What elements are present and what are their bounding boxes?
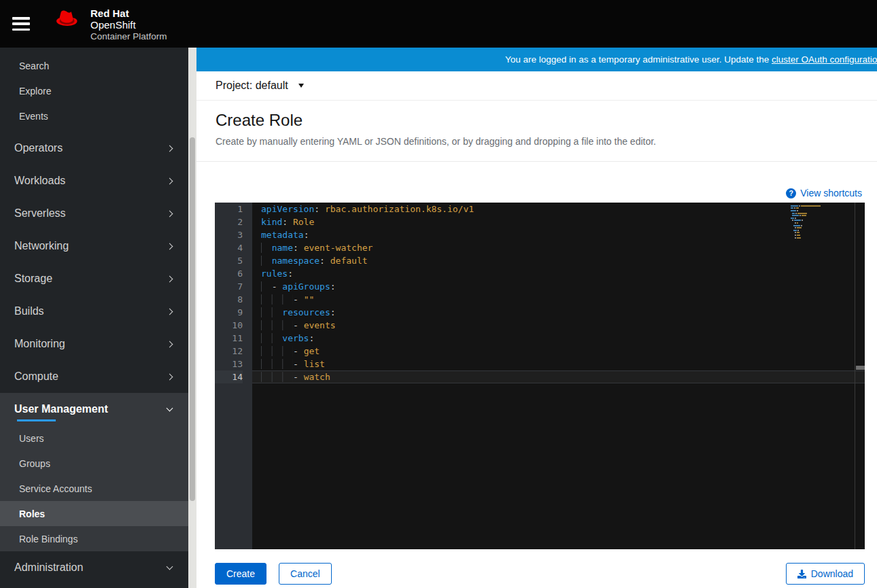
code-line[interactable]: name: event-watcher: [252, 241, 865, 254]
download-icon: [797, 570, 806, 578]
cursor-position-marker: [856, 366, 865, 370]
redhat-fedora-icon: [50, 6, 84, 35]
masthead: Red Hat OpenShift Container Platform: [0, 0, 877, 48]
sidebar-section-label: Operators: [14, 142, 63, 154]
brand-logo: Red Hat OpenShift Container Platform: [50, 6, 167, 42]
line-number: 12: [215, 345, 243, 358]
project-dropdown[interactable]: Project: default: [216, 80, 288, 92]
chevron-right-icon: [167, 341, 173, 347]
line-number: 5: [215, 254, 243, 267]
nav-toggle-icon[interactable]: [12, 17, 30, 31]
action-bar: Create Cancel Download: [215, 563, 865, 585]
sidebar-section-label: Storage: [14, 273, 52, 285]
code-line[interactable]: - get: [252, 345, 865, 358]
download-label: Download: [811, 568, 853, 579]
scrollbar-thumb[interactable]: [190, 137, 195, 501]
code-line[interactable]: - watch: [252, 370, 865, 383]
sidebar-section-label: User Management: [14, 403, 108, 415]
line-number: 9: [215, 306, 243, 319]
line-number: 3: [215, 228, 243, 241]
chevron-right-icon: [167, 210, 173, 217]
brand-line2: OpenShift: [90, 19, 167, 31]
line-number: 6: [215, 267, 243, 280]
sidebar-section-label: Workloads: [14, 175, 65, 187]
chevron-right-icon: [167, 177, 173, 184]
editor-minimap[interactable]: [789, 205, 855, 239]
sidebar-item-events[interactable]: Events: [0, 103, 188, 128]
sidebar-section-monitoring[interactable]: Monitoring: [0, 328, 188, 360]
editor-overview-ruler: [855, 203, 865, 549]
sidebar-section-storage[interactable]: Storage: [0, 262, 188, 295]
minimap-line: [791, 237, 855, 239]
sidebar-nav: SearchExploreEvents OperatorsWorkloadsSe…: [0, 48, 188, 588]
sidebar-section-networking[interactable]: Networking: [0, 230, 188, 262]
sidebar-section-serverless[interactable]: Serverless: [0, 197, 188, 230]
create-button[interactable]: Create: [215, 563, 266, 585]
sidebar-item-search[interactable]: Search: [0, 53, 188, 78]
code-line[interactable]: rules:: [252, 267, 865, 280]
banner-message: You are logged in as a temporary adminis…: [505, 54, 772, 65]
page-description: Create by manually entering YAML or JSON…: [216, 136, 877, 147]
sidebar-section-builds[interactable]: Builds: [0, 295, 188, 328]
sidebar-scrollbar: [188, 48, 196, 588]
download-button[interactable]: Download: [786, 563, 865, 585]
editor-line-numbers: 1234567891011121314: [215, 203, 252, 549]
sidebar-section-label: Serverless: [14, 207, 66, 220]
temp-admin-banner: You are logged in as a temporary adminis…: [196, 48, 877, 71]
line-number: 8: [215, 293, 243, 306]
page-header: Create Role Create by manually entering …: [196, 101, 877, 162]
cancel-button[interactable]: Cancel: [279, 563, 332, 585]
sidebar-section-operators[interactable]: Operators: [0, 132, 188, 165]
project-bar: Project: default: [196, 71, 877, 101]
line-number: 10: [215, 319, 243, 332]
sidebar-item-service-accounts[interactable]: Service Accounts: [0, 476, 188, 501]
sidebar-item-roles[interactable]: Roles: [0, 501, 188, 526]
code-line[interactable]: resources:: [252, 306, 865, 319]
sidebar-section-label: Monitoring: [14, 338, 65, 350]
chevron-right-icon: [167, 243, 173, 249]
chevron-down-icon: [167, 564, 173, 570]
chevron-right-icon: [167, 145, 173, 152]
view-shortcuts-label: View shortcuts: [800, 188, 862, 198]
code-line[interactable]: apiVersion: rbac.authorization.k8s.io/v1: [252, 203, 865, 215]
code-line[interactable]: metadata:: [252, 228, 865, 241]
sidebar-section-label: Compute: [14, 370, 58, 383]
page-title: Create Role: [216, 110, 877, 131]
chevron-right-icon: [167, 373, 173, 380]
line-number: 11: [215, 332, 243, 345]
sidebar-section-label: Administration: [14, 561, 83, 574]
view-shortcuts-link[interactable]: ? View shortcuts: [786, 188, 862, 198]
sidebar-item-groups[interactable]: Groups: [0, 451, 188, 476]
chevron-down-icon: [167, 405, 173, 412]
sidebar-section-label: Builds: [14, 305, 44, 317]
editor-code-area[interactable]: apiVersion: rbac.authorization.k8s.io/v1…: [252, 203, 865, 549]
question-circle-icon: ?: [786, 188, 796, 198]
code-line[interactable]: - "": [252, 293, 865, 306]
brand-line1: Red Hat: [90, 7, 167, 19]
line-number: 4: [215, 241, 243, 254]
brand-line3: Container Platform: [90, 31, 167, 41]
code-line[interactable]: - apiGroups:: [252, 280, 865, 293]
main-content: You are logged in as a temporary adminis…: [196, 48, 877, 588]
sidebar-section-administration[interactable]: Administration: [0, 551, 188, 584]
line-number: 13: [215, 358, 243, 370]
yaml-editor[interactable]: 1234567891011121314 apiVersion: rbac.aut…: [215, 203, 865, 549]
code-line[interactable]: namespace: default: [252, 254, 865, 267]
sidebar-section-workloads[interactable]: Workloads: [0, 165, 188, 197]
chevron-right-icon: [167, 275, 173, 282]
code-line[interactable]: kind: Role: [252, 215, 865, 228]
line-number: 7: [215, 280, 243, 293]
code-line[interactable]: - list: [252, 358, 865, 370]
code-line[interactable]: verbs:: [252, 332, 865, 345]
caret-down-icon[interactable]: [298, 84, 304, 88]
chevron-right-icon: [167, 308, 173, 315]
sidebar-item-users[interactable]: Users: [0, 426, 188, 451]
sidebar-section-user-management[interactable]: User Management: [0, 393, 188, 426]
line-number: 14: [215, 370, 243, 383]
cluster-oauth-link[interactable]: cluster OAuth configuration: [772, 54, 877, 65]
line-number: 1: [215, 203, 243, 215]
code-line[interactable]: - events: [252, 319, 865, 332]
sidebar-item-explore[interactable]: Explore: [0, 78, 188, 103]
sidebar-section-compute[interactable]: Compute: [0, 360, 188, 393]
sidebar-item-role-bindings[interactable]: Role Bindings: [0, 526, 188, 551]
